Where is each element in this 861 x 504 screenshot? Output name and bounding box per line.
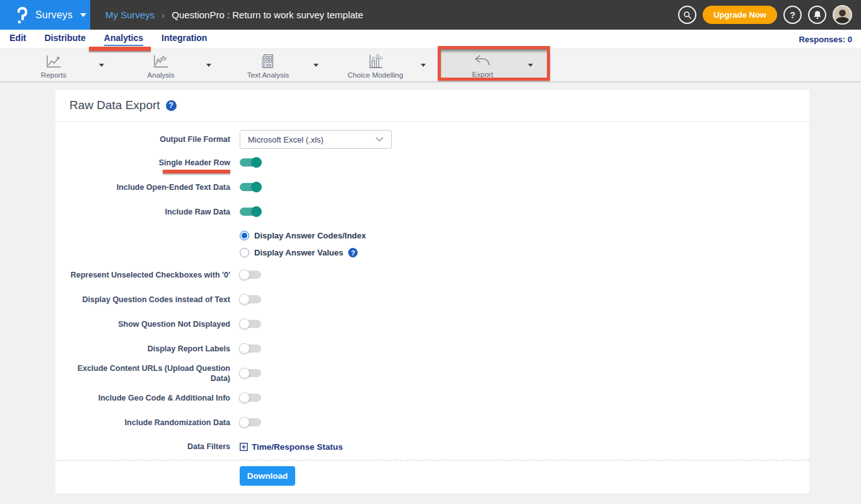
toggle-row: Show Question Not Displayed [56, 319, 809, 329]
survey-tab-nav: Edit Distribute Analytics Integration Re… [0, 30, 861, 49]
unselected-checkboxes-toggle[interactable] [240, 271, 261, 279]
display-answer-codes-radio[interactable] [240, 231, 249, 240]
analytics-toolbar: Reports Analysis [0, 49, 861, 82]
top-header-bar: Surveys My Surveys › QuestionPro : Retur… [0, 0, 861, 30]
toolbar-item-label: Reports [41, 71, 66, 79]
export-dropdown-button[interactable] [523, 49, 538, 81]
header-actions: Upgrade Now ? [678, 5, 861, 25]
geo-code-toggle[interactable] [240, 394, 261, 402]
open-ended-text-toggle[interactable] [240, 183, 261, 191]
output-format-row: Output File Format Microsoft Excel (.xls… [56, 130, 809, 149]
toggle-knob [239, 392, 250, 403]
field-label: Exclude Content URLs (Upload Question Da… [56, 363, 230, 384]
toggle-row: Include Randomization Data [56, 417, 809, 428]
select-value: Microsoft Excel (.xls) [248, 135, 375, 144]
link-label: Time/Response Status [252, 442, 343, 452]
toolbar-item-label: Text Analysis [247, 71, 289, 79]
download-button[interactable]: Download [240, 466, 295, 486]
caret-down-icon [528, 64, 533, 67]
help-button[interactable]: ? [783, 6, 802, 24]
breadcrumb-separator: › [161, 9, 165, 20]
toggle-row: Exclude Content URLs (Upload Question Da… [56, 368, 809, 378]
survey-title: QuestionPro : Return to work survey temp… [172, 9, 363, 20]
toggle-knob [239, 319, 250, 329]
answer-values-help-icon[interactable]: ? [348, 248, 358, 257]
expand-plus-icon [240, 443, 248, 451]
toggle-knob [239, 368, 250, 378]
radio-row: Display Answer Values ? [56, 248, 809, 257]
questionpro-logo-icon [15, 6, 29, 25]
breadcrumb-my-surveys[interactable]: My Surveys [105, 9, 155, 20]
analysis-button[interactable]: Analysis [117, 49, 205, 81]
toggle-row: Include Geo Code & Additional Info [56, 392, 809, 403]
field-label: Include Raw Data [56, 207, 230, 217]
surveys-product-menu[interactable]: Surveys [0, 0, 90, 30]
question-codes-toggle[interactable] [240, 295, 261, 303]
time-response-status-link[interactable]: Time/Response Status [240, 442, 343, 452]
page-title: Raw Data Export [69, 98, 160, 112]
raw-data-export-help-icon[interactable]: ? [166, 100, 177, 111]
toggle-knob [251, 206, 262, 217]
randomization-data-toggle[interactable] [240, 418, 261, 426]
field-label: Display Question Codes instead of Text [56, 295, 230, 305]
user-avatar[interactable] [833, 5, 852, 25]
export-button[interactable]: Export [438, 49, 527, 81]
reports-button[interactable]: Reports [9, 49, 98, 81]
question-not-displayed-toggle[interactable] [240, 320, 261, 328]
export-curved-arrow-icon [473, 54, 492, 69]
breadcrumb: My Surveys › QuestionPro : Return to wor… [105, 9, 363, 20]
tab-distribute[interactable]: Distribute [44, 33, 85, 45]
tab-analytics[interactable]: Analytics [104, 33, 143, 46]
field-label: Output File Format [56, 134, 230, 144]
report-labels-toggle[interactable] [240, 344, 261, 353]
product-menu-label: Surveys [35, 9, 73, 21]
toggle-row: Include Open-Ended Text Data [56, 182, 809, 192]
single-header-row-toggle[interactable] [240, 158, 261, 167]
caret-down-icon [421, 64, 426, 67]
search-button[interactable] [678, 6, 696, 24]
bell-icon [813, 10, 822, 20]
exclude-content-urls-toggle[interactable] [240, 369, 261, 377]
toggle-row: Represent Unselected Checkboxes with '0' [56, 269, 809, 280]
upgrade-now-button[interactable]: Upgrade Now [703, 6, 777, 24]
radio-label: Display Answer Codes/Index [254, 231, 366, 240]
questionpro-app: Surveys My Surveys › QuestionPro : Retur… [0, 0, 861, 504]
toggle-knob [239, 417, 250, 428]
toggle-knob [239, 269, 250, 280]
tab-integration[interactable]: Integration [161, 33, 207, 45]
export-options-form: Output File Format Microsoft Excel (.xls… [56, 122, 809, 486]
chevron-down-icon [375, 137, 384, 142]
choice-modelling-dropdown-button[interactable] [416, 49, 431, 81]
analysis-dropdown-button[interactable] [201, 49, 216, 81]
annotation-single-header-red-underline [163, 170, 230, 173]
field-label: Single Header Row [56, 158, 230, 168]
toolbar-item-label: Choice Modelling [348, 71, 403, 79]
output-format-select[interactable]: Microsoft Excel (.xls) [240, 130, 392, 149]
radio-label: Display Answer Values [254, 248, 343, 257]
field-label: Represent Unselected Checkboxes with '0' [56, 270, 230, 280]
chevron-down-icon [80, 13, 86, 17]
toolbar-item-label: Analysis [148, 71, 175, 79]
toolbar-group-analysis: Analysis [117, 49, 224, 81]
toolbar-group-reports: Reports [9, 49, 117, 81]
toggle-row: Display Report Labels [56, 343, 809, 354]
field-label: Data Filters [56, 442, 230, 452]
responses-count: Responses: 0 [799, 35, 852, 44]
field-label: Include Randomization Data [56, 418, 230, 428]
notifications-button[interactable] [808, 6, 826, 24]
tab-edit[interactable]: Edit [9, 33, 26, 45]
text-analysis-dropdown-button[interactable] [308, 49, 324, 81]
reports-dropdown-button[interactable] [94, 49, 109, 81]
raw-data-export-panel: Raw Data Export ? Output File Format Mic… [56, 90, 809, 493]
toolbar-group-choice-modelling: Choice Modelling [331, 49, 438, 81]
toggle-row: Display Question Codes instead of Text [56, 294, 809, 305]
field-label: Show Question Not Displayed [56, 319, 230, 329]
toggle-knob [251, 157, 262, 168]
include-raw-data-toggle[interactable] [240, 208, 261, 216]
display-answer-values-radio[interactable] [240, 248, 249, 257]
data-filters-row: Data Filters Time/Response Status [56, 442, 809, 452]
choice-modelling-button[interactable]: Choice Modelling [331, 49, 419, 81]
radio-row: Display Answer Codes/Index [56, 231, 809, 240]
text-analysis-button[interactable]: Text Analysis [224, 49, 312, 81]
scatter-bar-chart-icon [366, 53, 384, 69]
